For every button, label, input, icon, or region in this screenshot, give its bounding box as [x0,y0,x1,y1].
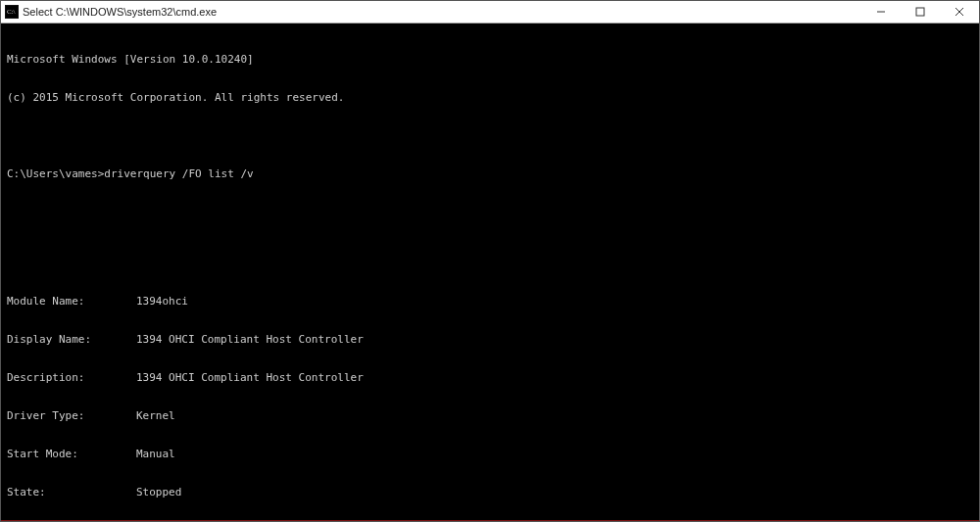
maximize-button[interactable] [901,1,940,23]
value-display-name: 1394 OHCI Compliant Host Controller [136,333,364,346]
label-display-name: Display Name: [7,333,136,346]
value-state: Stopped [136,486,181,498]
value-description: 1394 OHCI Compliant Host Controller [136,371,364,384]
label-start-mode: Start Mode: [7,448,136,460]
value-module-name: 1394ohci [136,295,188,308]
label-description: Description: [7,371,136,384]
window-title: Select C:\WINDOWS\system32\cmd.exe [23,6,217,18]
window-controls [861,1,979,23]
cmd-icon: C:\ [5,5,19,19]
cmd-window: C:\ Select C:\WINDOWS\system32\cmd.exe M… [0,0,980,522]
blank [7,129,973,142]
driver-block: Module Name:1394ohci Display Name:1394 O… [7,269,973,521]
close-button[interactable] [940,1,979,23]
value-driver-type: Kernel [136,409,175,422]
blank [7,206,973,218]
label-driver-type: Driver Type: [7,409,136,422]
banner-line-2: (c) 2015 Microsoft Corporation. All righ… [7,91,973,104]
label-module-name: Module Name: [7,295,136,308]
banner-line-1: Microsoft Windows [Version 10.0.10240] [7,53,973,66]
value-start-mode: Manual [136,448,175,460]
titlebar-left: C:\ Select C:\WINDOWS\system32\cmd.exe [5,5,217,19]
minimize-button[interactable] [861,1,901,23]
titlebar[interactable]: C:\ Select C:\WINDOWS\system32\cmd.exe [1,1,979,24]
label-state: State: [7,486,136,498]
terminal-output[interactable]: Microsoft Windows [Version 10.0.10240] (… [1,24,979,521]
svg-text:C:\: C:\ [7,8,16,16]
command-prompt: C:\Users\vames>driverquery /FO list /v [7,167,973,180]
svg-rect-4 [916,8,924,16]
